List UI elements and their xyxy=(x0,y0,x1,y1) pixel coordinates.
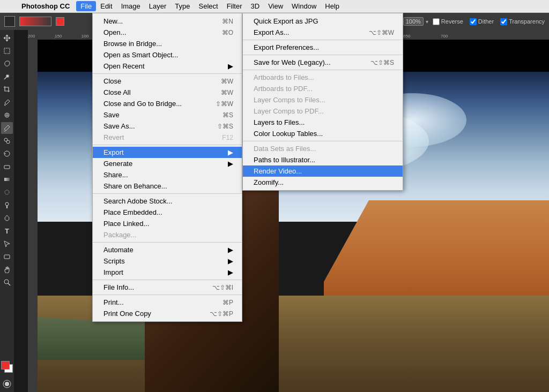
sep-6 xyxy=(93,295,242,295)
exp-sep-3 xyxy=(243,70,403,70)
image-menu-trigger[interactable]: Image xyxy=(117,1,145,11)
menu-render-video[interactable]: Render Video... xyxy=(243,165,403,177)
pen-tool[interactable] xyxy=(1,212,13,224)
transparency-checkbox[interactable] xyxy=(500,18,507,25)
move-tool[interactable] xyxy=(1,32,13,44)
svg-rect-8 xyxy=(4,178,10,181)
dodge-tool[interactable] xyxy=(1,199,13,211)
edit-menu-trigger[interactable]: Edit xyxy=(96,1,116,11)
menu-color-lookup[interactable]: Color Lookup Tables... xyxy=(243,128,403,139)
healing-tool[interactable] xyxy=(1,109,13,121)
menu-automate[interactable]: Automate ▶ xyxy=(93,244,242,255)
menu-print-one[interactable]: Print One Copy ⌥⇧⌘P xyxy=(93,308,242,319)
eyedropper-tool[interactable] xyxy=(1,96,13,108)
svg-rect-0 xyxy=(4,48,10,54)
svg-point-10 xyxy=(5,202,9,206)
menu-package[interactable]: Package... xyxy=(93,229,242,240)
file-menu-trigger[interactable]: File xyxy=(76,1,96,11)
menu-import[interactable]: Import ▶ xyxy=(93,267,242,278)
foreground-color-swatch[interactable] xyxy=(1,361,10,370)
menu-quick-export[interactable]: Quick Export as JPG xyxy=(243,16,403,27)
help-menu-trigger[interactable]: Help xyxy=(321,1,344,11)
gradient-options: Reverse Dither Transparency xyxy=(433,18,545,25)
opacity-input[interactable]: 100% xyxy=(403,17,424,26)
menu-new[interactable]: New... ⌘N xyxy=(93,16,242,27)
menu-export-prefs[interactable]: Export Preferences... xyxy=(243,42,403,53)
dither-option[interactable]: Dither xyxy=(470,18,494,25)
eraser-tool[interactable] xyxy=(1,161,13,172)
side-toolbar: T xyxy=(0,30,14,392)
menu-export-as[interactable]: Export As... ⌥⇧⌘W xyxy=(243,27,403,38)
reverse-checkbox[interactable] xyxy=(433,18,440,25)
menu-artboards-pdf[interactable]: Artboards to PDF... xyxy=(243,83,403,94)
menu-save[interactable]: Save ⌘S xyxy=(93,109,242,120)
menu-save-web[interactable]: Save for Web (Legacy)... ⌥⇧⌘S xyxy=(243,57,403,68)
menu-layer-comps-files[interactable]: Layer Comps to Files... xyxy=(243,94,403,105)
lasso-tool[interactable] xyxy=(1,58,13,70)
shape-tool[interactable] xyxy=(1,251,13,262)
gradient-tool[interactable] xyxy=(1,174,13,185)
mode-selector[interactable] xyxy=(4,16,15,27)
text-tool[interactable]: T xyxy=(1,225,13,237)
filter-menu-trigger[interactable]: Filter xyxy=(222,1,247,11)
color-swatch-btn[interactable] xyxy=(56,17,64,26)
layer-menu-trigger[interactable]: Layer xyxy=(145,1,171,11)
magic-wand-tool[interactable] xyxy=(1,71,13,82)
menu-layers-files[interactable]: Layers to Files... xyxy=(243,117,403,128)
menu-close[interactable]: Close ⌘W xyxy=(93,76,242,87)
path-select-tool[interactable] xyxy=(1,238,13,250)
menu-export[interactable]: Export ▶ xyxy=(93,147,242,158)
3d-menu-trigger[interactable]: 3D xyxy=(247,1,264,11)
menu-open-smart[interactable]: Open as Smart Object... xyxy=(93,49,242,61)
brush-tool[interactable] xyxy=(1,122,13,134)
menu-close-bridge[interactable]: Close and Go to Bridge... ⇧⌘W xyxy=(93,98,242,109)
svg-line-14 xyxy=(8,283,10,285)
menu-generate[interactable]: Generate ▶ xyxy=(93,158,242,169)
menu-search-stock[interactable]: Search Adobe Stock... xyxy=(93,195,242,207)
menu-layer-comps-pdf[interactable]: Layer Comps to PDF... xyxy=(243,105,403,117)
select-menu-trigger[interactable]: Select xyxy=(194,1,222,11)
reverse-option[interactable]: Reverse xyxy=(433,18,463,25)
menu-zoomify[interactable]: Zoomify... xyxy=(243,177,403,188)
svg-rect-16 xyxy=(5,382,9,386)
zoom-tool[interactable] xyxy=(1,276,13,288)
type-menu-trigger[interactable]: Type xyxy=(170,1,194,11)
menu-print[interactable]: Print... ⌘P xyxy=(93,297,242,308)
menu-open-recent[interactable]: Open Recent ▶ xyxy=(93,61,242,72)
svg-point-9 xyxy=(5,190,9,194)
apple-menu[interactable] xyxy=(4,5,13,7)
gradient-preview[interactable] xyxy=(19,17,51,26)
transparency-option[interactable]: Transparency xyxy=(500,18,545,25)
view-menu-trigger[interactable]: View xyxy=(264,1,287,11)
menu-revert[interactable]: Revert F12 xyxy=(93,132,242,143)
dither-checkbox[interactable] xyxy=(470,18,477,25)
history-tool[interactable] xyxy=(1,148,13,160)
sep-5 xyxy=(93,280,242,280)
quick-mask-btn[interactable] xyxy=(1,378,13,390)
crop-tool[interactable] xyxy=(1,84,13,95)
menu-artboards-files[interactable]: Artboards to Files... xyxy=(243,72,403,83)
menu-open[interactable]: Open... ⌘O xyxy=(93,27,242,38)
menu-close-all[interactable]: Close All ⌘W xyxy=(93,87,242,98)
hand-tool[interactable] xyxy=(1,263,13,275)
menu-place-linked[interactable]: Place Linked... xyxy=(93,218,242,229)
menu-place-embedded[interactable]: Place Embedded... xyxy=(93,207,242,218)
marquee-tool[interactable] xyxy=(1,45,13,57)
menu-browse-bridge[interactable]: Browse in Bridge... xyxy=(93,38,242,49)
menu-share-behance[interactable]: Share on Behance... xyxy=(93,180,242,192)
dither-label: Dither xyxy=(478,18,494,25)
menu-scripts[interactable]: Scripts ▶ xyxy=(93,255,242,267)
exp-sep-2 xyxy=(243,55,403,55)
clone-tool[interactable] xyxy=(1,135,13,147)
svg-rect-7 xyxy=(4,165,10,169)
svg-point-13 xyxy=(4,280,9,284)
menu-file-info[interactable]: File Info... ⌥⇧⌘I xyxy=(93,282,242,293)
blur-tool[interactable] xyxy=(1,186,13,198)
menu-share[interactable]: Share... xyxy=(93,169,242,180)
window-menu-trigger[interactable]: Window xyxy=(287,1,321,11)
menu-data-sets[interactable]: Data Sets as Files... xyxy=(243,143,403,154)
menu-paths-illustrator[interactable]: Paths to Illustrator... xyxy=(243,154,403,165)
svg-rect-12 xyxy=(4,255,10,259)
opacity-dropdown-arrow[interactable]: ▾ xyxy=(426,19,428,25)
menu-save-as[interactable]: Save As... ⇧⌘S xyxy=(93,120,242,132)
